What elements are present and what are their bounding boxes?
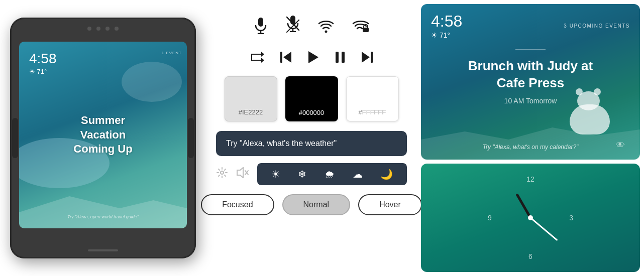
clock-num-12: 12 — [526, 175, 534, 183]
clock-center-dot — [528, 215, 533, 220]
rain-icon: 🌧 — [325, 169, 335, 180]
swatch-label-2: #FFFFFF — [359, 108, 386, 116]
cal-title-line1: Brunch with Judy at — [431, 58, 630, 75]
volume-muted-icon[interactable] — [236, 167, 249, 181]
microphone-muted-icon[interactable] — [286, 15, 300, 36]
device-section: 4:58 ☀ 71° 1 EVENT Summer Vacation Comin… — [0, 0, 206, 276]
echo-show-device: 4:58 ☀ 71° 1 EVENT Summer Vacation Comin… — [10, 18, 196, 258]
device-bottom-bar — [88, 249, 118, 251]
icon-row — [216, 10, 407, 41]
device-body: 4:58 ☀ 71° 1 EVENT Summer Vacation Comin… — [10, 18, 196, 258]
cal-divider — [515, 49, 546, 50]
screen-weather: ☀ 71° — [29, 68, 57, 75]
right-section: 4:58 ☀ 71° 3 UPCOMING EVENTS Brunch with… — [417, 0, 644, 276]
svg-point-7 — [325, 30, 328, 33]
snowflake-icon: ❄ — [298, 168, 306, 180]
cloud-icon: ☁ — [353, 168, 363, 180]
device-screen: 4:58 ☀ 71° 1 EVENT Summer Vacation Comin… — [19, 42, 187, 228]
play-button[interactable] — [307, 50, 319, 64]
gear-icon[interactable] — [216, 167, 228, 182]
swatch-label-1: #000000 — [299, 109, 325, 116]
svg-rect-14 — [371, 52, 373, 63]
settings-row: ☀ ❄ 🌧 ☁ 🌙 — [216, 163, 407, 185]
normal-button[interactable]: Normal — [282, 194, 351, 215]
repeat-button[interactable] — [250, 51, 265, 64]
speaker-right — [188, 118, 194, 158]
swatch-dark-teal: #IE2222 — [225, 76, 277, 121]
svg-marker-10 — [283, 52, 291, 63]
wifi-lock-icon[interactable] — [352, 15, 369, 36]
clock-num-9: 9 — [488, 214, 492, 222]
main-text-line1: Summer Vacation — [61, 113, 145, 142]
cal-time: 4:58 — [431, 13, 462, 29]
cal-hint-text: Try "Alexa, what's on my calendar?" — [421, 144, 640, 151]
clock-num-3: 3 — [569, 214, 573, 222]
svg-marker-11 — [308, 51, 318, 63]
svg-marker-17 — [237, 168, 243, 178]
bear-body — [570, 104, 610, 134]
screen-time: 4:58 — [29, 52, 57, 66]
mountain-shape — [19, 188, 187, 228]
cal-time-temp: 4:58 ☀ 71° — [431, 13, 462, 39]
alexa-prompt-bar: Try "Alexa, what's the weather" — [216, 131, 407, 156]
alexa-prompt-text: Try "Alexa, what's the weather" — [226, 139, 337, 148]
cal-temp: ☀ 71° — [431, 31, 462, 39]
swatch-white: #FFFFFF — [346, 76, 399, 121]
sun-icon: ☀ — [271, 168, 280, 180]
swatch-label-0: #IE2222 — [239, 108, 263, 116]
svg-point-16 — [221, 171, 224, 174]
screen-hint-text: Try "Alexa, open world travel guide" — [67, 214, 139, 219]
clock-face: 12 3 6 9 — [485, 173, 576, 263]
clock-num-6: 6 — [528, 252, 532, 260]
main-text-line2: Coming Up — [61, 142, 145, 157]
controls-section: #IE2222 #000000 #FFFFFF Try "Alexa, what… — [206, 0, 417, 276]
calendar-header: 4:58 ☀ 71° 3 UPCOMING EVENTS — [421, 4, 640, 39]
svg-rect-9 — [280, 52, 282, 63]
screen-event-label: 1 EVENT — [162, 51, 182, 55]
hover-button[interactable]: Hover — [358, 194, 422, 215]
dot-1 — [87, 27, 91, 31]
dot-2 — [96, 27, 100, 31]
screen-main-text: Summer Vacation Coming Up — [61, 113, 145, 157]
device-dots — [87, 27, 119, 31]
state-buttons-row: Focused Normal Hover — [216, 192, 407, 217]
dot-3 — [105, 27, 110, 31]
svg-marker-15 — [362, 52, 370, 63]
clock-card: 12 3 6 9 — [421, 164, 640, 272]
cloud-shape-2 — [122, 62, 182, 102]
events-badge: 3 UPCOMING EVENTS — [564, 13, 630, 39]
media-controls-row — [216, 48, 407, 67]
screen-time-display: 4:58 ☀ 71° — [29, 52, 57, 75]
speaker-left — [12, 118, 18, 158]
polar-bear — [560, 84, 630, 134]
svg-rect-13 — [342, 52, 345, 63]
microphone-icon[interactable] — [254, 15, 268, 36]
dot-4 — [115, 27, 119, 31]
svg-rect-12 — [336, 52, 339, 63]
swatch-black: #000000 — [285, 76, 338, 121]
pause-button[interactable] — [335, 51, 346, 64]
previous-track-button[interactable] — [280, 51, 292, 64]
clock-hour-hand — [515, 193, 531, 218]
moon-cloud-icon: 🌙 — [380, 168, 393, 180]
svg-rect-0 — [258, 18, 263, 27]
focused-button[interactable]: Focused — [201, 194, 274, 215]
weather-conditions-bar: ☀ ❄ 🌧 ☁ 🌙 — [257, 163, 407, 185]
clock-minute-hand — [530, 217, 558, 241]
svg-rect-8 — [363, 28, 369, 32]
next-track-button[interactable] — [361, 51, 373, 64]
calendar-card: 4:58 ☀ 71° 3 UPCOMING EVENTS Brunch with… — [421, 4, 640, 160]
color-swatches: #IE2222 #000000 #FFFFFF — [216, 74, 407, 124]
wifi-icon[interactable] — [318, 15, 334, 36]
